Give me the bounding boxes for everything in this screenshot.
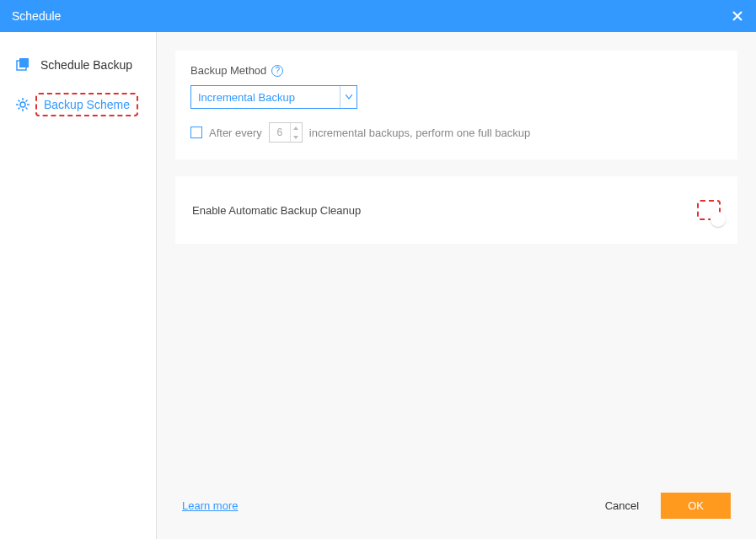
- gear-icon: [15, 97, 30, 112]
- window-title: Schedule: [12, 9, 61, 23]
- highlight-annotation: Backup Scheme: [35, 93, 138, 116]
- backup-method-label: Backup Method: [190, 64, 266, 77]
- number-spinners: [290, 123, 302, 142]
- dialog-body: Schedule Backup Backup Scheme Backup Met…: [0, 32, 756, 539]
- spinner-up-icon[interactable]: [291, 123, 302, 132]
- help-icon[interactable]: ?: [271, 65, 283, 77]
- sidebar-item-label: Backup Scheme: [44, 98, 130, 111]
- highlight-annotation: [697, 200, 721, 220]
- toggle-knob: [710, 212, 726, 227]
- main-content: Backup Method ? Incremental Backup After…: [157, 32, 756, 539]
- after-every-suffix: incremental backups, perform one full ba…: [309, 127, 530, 139]
- backup-method-label-row: Backup Method ?: [190, 64, 722, 77]
- after-every-checkbox[interactable]: [190, 127, 202, 138]
- schedule-dialog: Schedule Schedule Backup Backup Scheme: [0, 0, 756, 539]
- cleanup-label: Enable Automatic Backup Cleanup: [192, 204, 361, 217]
- dropdown-selected-value: Incremental Backup: [191, 86, 340, 108]
- backup-icon: [15, 57, 30, 73]
- learn-more-link[interactable]: Learn more: [182, 499, 238, 512]
- svg-rect-1: [19, 58, 29, 67]
- footer-buttons: Cancel OK: [590, 493, 731, 519]
- close-icon[interactable]: [731, 9, 744, 23]
- svg-point-2: [20, 102, 25, 107]
- spinner-down-icon[interactable]: [291, 132, 302, 142]
- sidebar-item-label: Schedule Backup: [40, 58, 132, 72]
- after-every-prefix: After every: [209, 127, 262, 139]
- backup-method-dropdown[interactable]: Incremental Backup: [190, 85, 357, 109]
- cleanup-panel: Enable Automatic Backup Cleanup: [175, 176, 737, 244]
- chevron-down-icon: [340, 86, 357, 108]
- dialog-footer: Learn more Cancel OK: [175, 477, 737, 539]
- after-every-row: After every 6 incremental backups, p: [190, 122, 722, 143]
- number-value: 6: [270, 123, 290, 142]
- sidebar-item-backup-scheme[interactable]: Backup Scheme: [0, 83, 156, 127]
- backup-method-panel: Backup Method ? Incremental Backup After…: [175, 51, 737, 159]
- sidebar: Schedule Backup Backup Scheme: [0, 32, 157, 539]
- ok-button[interactable]: OK: [661, 493, 731, 519]
- cancel-button[interactable]: Cancel: [590, 493, 654, 519]
- after-every-count-input[interactable]: 6: [269, 122, 303, 143]
- sidebar-item-schedule-backup[interactable]: Schedule Backup: [0, 47, 156, 83]
- titlebar: Schedule: [0, 0, 756, 32]
